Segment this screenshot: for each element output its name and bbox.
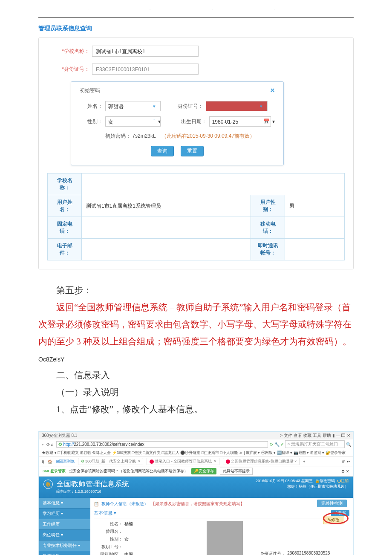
app-version: 系统版本：1.2.5.16090716 [55, 489, 349, 494]
info-left-col: 姓名：杨楠 曾用名： 性别：女 教职工号： 国籍/地区：中国 身份证件类型：居民… [94, 520, 202, 555]
res-email-label: 电子邮件： [48, 239, 82, 260]
tab-nav[interactable]: ⚙ 360导航_新一代安全上网导航 × [78, 458, 144, 465]
sidebar-item[interactable]: 专业技术职务聘任 ▾ [39, 541, 90, 551]
search-input[interactable]: ○ 景海鹏打开天宫二号舱门 [285, 440, 345, 448]
app-datetime: 2016年10月19日 08:08:43 星期三 [256, 479, 313, 483]
sidebar: 基本信息 ▾ 学习经历 ▾ 工作经历 岗位聘任 ▾ 专业技术职务聘任 ▾ 教师资… [39, 498, 90, 555]
chevron-down-icon[interactable]: ˇ [153, 119, 155, 124]
tab-selfservice[interactable]: 全国教师管理信息系统-教师自助登录 × [223, 458, 300, 465]
top-border [38, 17, 354, 18]
screenshot-browser-app: 360安全浏览器 8.1 > 文件 查看 收藏 工具 帮助 ▮ — 🗖 ✕ ← … [38, 431, 354, 555]
change-password-link[interactable]: 🔒修改密码 [315, 479, 335, 483]
browser-product: 360安全浏览器 8.1 [42, 433, 77, 439]
m-birth-input[interactable]: 1980-01-25 [209, 116, 271, 127]
reload-icon[interactable]: ⟳ [46, 442, 50, 447]
sidebar-item[interactable]: 岗位聘任 ▾ [39, 530, 90, 541]
address-bar[interactable]: ✪ http://221.208.30.73:8082/selfservice/… [56, 441, 268, 448]
edit-button[interactable]: ✎修改 [323, 516, 344, 524]
welcome-text: 您好！杨楠（住正斯市实验幼儿园） [256, 484, 349, 489]
integrity-check-button[interactable]: 完整性检测 [317, 500, 347, 507]
new-tab-button[interactable]: + [303, 460, 305, 464]
dropdown-icon[interactable]: ▾ [260, 104, 262, 109]
breadcrumb: 📋 教师个人信息（未报送） 【如果涉及涉密信息，请按照国家有关规定填写】 [94, 500, 349, 508]
initial-password-modal: 初始密码 × 姓名： 郭甜语 ▾ 身份证号： ▾ 性别： 女 ˇ ▾ [71, 81, 284, 165]
section-title: 基本信息 ▾ [94, 510, 116, 516]
infobar-tools[interactable]: ⚙ ✕ [341, 469, 349, 474]
dropdown-icon[interactable]: ▾ [153, 104, 156, 109]
m-gender-select[interactable]: 女 [105, 116, 161, 127]
search-icon[interactable]: 🔍 [345, 442, 351, 447]
m-id-label: 身份证号： [176, 103, 206, 110]
res-gender-value: 男 [285, 195, 345, 217]
section-2-heading: 二、信息录入 [38, 367, 354, 384]
page-dots: . . . . [0, 0, 392, 17]
screenshot-admin-query: 管理员联系信息查询 *学校名称： 测试省1市1直属离校1 *身份证号： E33C… [38, 22, 354, 269]
home-icon[interactable]: ⌂ [51, 442, 54, 447]
m-name-label: 姓名： [80, 103, 105, 110]
res-gender-label: 用户性别： [251, 195, 285, 217]
save-password-button[interactable]: 🔑安全保存 [191, 468, 216, 474]
id-input[interactable]: E33C3E1000013E0101 [92, 64, 199, 75]
sidebar-item[interactable]: 学习经历 ▾ [39, 509, 90, 519]
step-5-heading: 第五步： [38, 282, 354, 299]
m-name-input[interactable]: 郭甜语 [105, 101, 161, 111]
res-im-label: 即时通讯帐号： [251, 239, 285, 260]
logout-link[interactable]: ⏻注销 [337, 479, 349, 483]
sidebar-item[interactable]: 基本信息 ▾ [39, 498, 90, 509]
res-mobile-label: 移动电话： [251, 217, 285, 239]
crumb-warning: 【如果涉及涉密信息，请按照国家有关规定填写】 [151, 501, 245, 507]
back-icon[interactable]: ← [41, 442, 45, 447]
initial-password-line: 初始密码： 7s2m23kL （此密码在2015-09-30 09:09:47前… [80, 129, 275, 146]
m-id-input[interactable] [206, 101, 268, 111]
isolate-browse[interactable]: ⊞隔离浏览 [56, 459, 75, 464]
app-title: 全国教师管理信息系统 [57, 480, 129, 488]
m-gender-label: 性别： [80, 118, 105, 125]
bookmark-bar[interactable]: ★收藏 ▾ □手机收藏夹 ⊞谷歌 ⚙网址大全 ⚡360搜索 □链接 □新文件夹 … [39, 449, 353, 457]
document-body: 第五步： 返回“全国教师管理信息系统 – 教师自助子系统”输入用户名和密码登录（… [38, 282, 354, 418]
app-logo-icon: 教 [43, 480, 53, 489]
no-prompt-button[interactable]: 此网站不再提示 [220, 468, 253, 475]
modal-title: 初始密码 [80, 87, 100, 94]
query-title: 管理员联系信息查询 [38, 22, 354, 38]
pw-manager-text: 想安全保存该网站的密码吗？（若您使用网吧等公共电脑不建议保存） [69, 468, 188, 474]
school-label: *学校名称： [47, 48, 92, 55]
id-label: *身份证号： [47, 66, 92, 73]
pw-manager-brand: 360 登录管家 [43, 468, 66, 474]
result-table: 学校名称： 用户姓名： 测试省1市1直属离校1系统管理员 用户性别： 男 固定电… [47, 173, 345, 260]
photo-placeholder: 暂无照片 [207, 521, 243, 555]
sidebar-item[interactable]: 教师资格 ▾ [39, 551, 90, 555]
res-user-value: 测试省1市1直属离校1系统管理员 [82, 195, 251, 217]
app-banner: 教 全国教师管理信息系统 系统版本：1.2.5.16090716 2016年10… [39, 477, 353, 498]
photo-column: 暂无照片 [207, 520, 247, 555]
crumb-status: 教师个人信息（未报送） [101, 501, 148, 507]
res-user-label: 用户姓名： [48, 195, 82, 217]
main-content: 📋 教师个人信息（未报送） 【如果涉及涉密信息，请按照国家有关规定填写】 完整性… [90, 498, 353, 555]
collapse-button[interactable]: ☆收起 [331, 510, 349, 516]
res-school-label: 学校名称： [48, 173, 82, 195]
res-school-value [82, 173, 345, 195]
calendar-icon[interactable]: 📅 [263, 119, 270, 124]
m-birth-label: 出生日期： [179, 118, 209, 125]
tab-login[interactable]: 登录入口 - 全国教师管理信息系统 × [147, 458, 219, 465]
doc-icon: 📋 [94, 502, 99, 506]
password-expiry-note: （此密码在2015-09-30 09:09:47前有效） [161, 133, 255, 139]
tab-tools[interactable]: 🗗 ↩ [342, 460, 350, 464]
res-tel-label: 固定电话： [48, 217, 82, 239]
reset-button[interactable]: 重置 [181, 146, 204, 156]
sidebar-item[interactable]: 工作经历 [39, 519, 90, 530]
close-icon[interactable]: × [270, 86, 275, 95]
restore-icon[interactable]: 🏠 [48, 460, 52, 464]
section-2-1-p1: 1、点击“修改”，修改个人基本信息。 [38, 401, 354, 418]
section-2-1-heading: （一）录入说明 [38, 384, 354, 401]
school-input[interactable]: 测试省1市1直属离校1 [92, 46, 199, 57]
history-icon[interactable]: I) [42, 460, 44, 464]
info-right-col: 身份证件号：230802198303020523 籍贯： 民族：汉族 婚姻状况：… [251, 520, 349, 555]
initial-password-value: 7s2m23kL [132, 133, 156, 139]
query-panel: *学校名称： 测试省1市1直属离校1 *身份证号： E33C3E1000013E… [38, 38, 354, 269]
step-5-paragraph: 返回“全国教师管理信息系统 – 教师自助子系统”输入用户名和密码登录（首次登录必… [38, 299, 354, 367]
browser-window-controls[interactable]: > 文件 查看 收藏 工具 帮助 ▮ — 🗖 ✕ [280, 433, 350, 439]
query-button[interactable]: 查询 [151, 146, 174, 156]
